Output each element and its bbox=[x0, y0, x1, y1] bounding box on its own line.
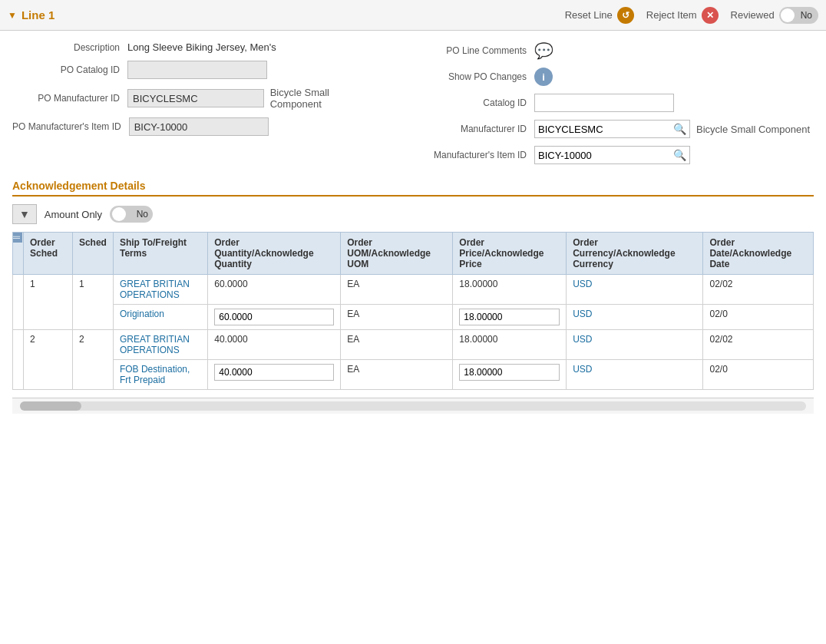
sched-2: 2 bbox=[72, 330, 113, 390]
manufacturer-id-desc: Bicycle Small Component bbox=[696, 124, 810, 135]
order-currency-2: USD bbox=[567, 330, 703, 360]
po-manufacturer-id-label: PO Manufacturer ID bbox=[12, 93, 127, 104]
po-catalog-id-input[interactable] bbox=[127, 61, 267, 79]
ack-price-1 bbox=[453, 305, 567, 330]
freight-terms-link-1[interactable]: Origination bbox=[120, 309, 164, 319]
ack-currency-2: USD bbox=[567, 360, 703, 390]
line-title: ▼ Line 1 bbox=[8, 8, 55, 21]
collapse-button[interactable]: || bbox=[13, 233, 22, 243]
po-catalog-id-row: PO Catalog ID bbox=[12, 61, 381, 79]
reject-item-group: Reject Item ✕ bbox=[646, 7, 719, 24]
table-row: FOB Destination, Frt Prepaid EA USD 02/0 bbox=[13, 360, 814, 390]
manufacturer-id-label: Manufacturer ID bbox=[411, 124, 534, 134]
scrollbar-track[interactable] bbox=[20, 401, 806, 411]
reset-line-button[interactable]: ↺ bbox=[617, 7, 634, 24]
manufacturer-id-search-button[interactable]: 🔍 bbox=[670, 121, 689, 137]
currency-link-1[interactable]: USD bbox=[573, 279, 592, 289]
ack-currency-link-1[interactable]: USD bbox=[573, 309, 592, 319]
info-icon: i bbox=[542, 71, 545, 83]
horizontal-scrollbar[interactable] bbox=[12, 398, 814, 414]
ack-currency-1: USD bbox=[567, 305, 703, 330]
ack-qty-2 bbox=[208, 360, 341, 390]
ack-qty-input-2[interactable] bbox=[214, 364, 334, 381]
table-row: Origination EA USD 02/0 bbox=[13, 305, 814, 330]
freight-terms-link-2[interactable]: FOB Destination, Frt Prepaid bbox=[120, 364, 190, 385]
sched-1: 1 bbox=[72, 275, 113, 330]
po-catalog-id-label: PO Catalog ID bbox=[12, 64, 127, 75]
filter-button[interactable]: ▼ bbox=[12, 204, 37, 224]
reject-item-button[interactable]: ✕ bbox=[702, 7, 719, 24]
ack-price-2 bbox=[453, 360, 567, 390]
table-container: || Order Sched Sched Ship To/Freight Ter… bbox=[12, 232, 814, 390]
po-line-comments-button[interactable]: 💬 bbox=[534, 41, 553, 60]
ship-to-1: GREAT BRITIAN OPERATIONS bbox=[113, 275, 207, 305]
manufacturer-id-row: Manufacturer ID 🔍 Bicycle Small Componen… bbox=[411, 120, 814, 138]
description-row: Description Long Sleeve Biking Jersey, M… bbox=[12, 41, 381, 53]
scrollbar-thumb[interactable] bbox=[20, 401, 81, 411]
reset-line-group: Reset Line ↺ bbox=[565, 7, 634, 24]
reject-item-label: Reject Item bbox=[646, 9, 697, 21]
po-manufacturers-item-id-row: PO Manufacturer's Item ID bbox=[12, 117, 381, 136]
amount-only-label: Amount Only bbox=[45, 209, 102, 220]
po-manufacturer-id-row: PO Manufacturer ID Bicycle Small Compone… bbox=[12, 87, 381, 110]
col-order-date: Order Date/Acknowledge Date bbox=[703, 233, 814, 275]
show-po-changes-button[interactable]: i bbox=[534, 68, 553, 86]
reviewed-label: Reviewed bbox=[731, 9, 775, 21]
col-order-sched: Order Sched bbox=[24, 233, 73, 275]
filter-bar: ▼ Amount Only No bbox=[12, 204, 814, 224]
comments-icon: 💬 bbox=[534, 42, 553, 59]
ship-to-link-1[interactable]: GREAT BRITIAN OPERATIONS bbox=[120, 279, 190, 300]
po-manufacturers-item-id-input[interactable] bbox=[129, 117, 269, 136]
order-currency-1: USD bbox=[567, 275, 703, 305]
order-price-2: 18.00000 bbox=[453, 330, 567, 360]
catalog-id-row: Catalog ID bbox=[411, 94, 814, 112]
order-qty-1: 60.0000 bbox=[208, 275, 341, 305]
form-section: Description Long Sleeve Biking Jersey, M… bbox=[12, 41, 814, 172]
ack-uom-1: EA bbox=[341, 305, 453, 330]
po-manufacturer-id-input[interactable] bbox=[127, 89, 264, 107]
order-date-2: 02/02 bbox=[703, 330, 814, 360]
collapse-cell-1 bbox=[13, 275, 24, 330]
manufacturers-item-id-search-button[interactable]: 🔍 bbox=[670, 147, 689, 163]
order-uom-2: EA bbox=[341, 330, 453, 360]
col-order-qty: Order Quantity/Acknowledge Quantity bbox=[208, 233, 341, 275]
ack-price-input-1[interactable] bbox=[459, 309, 560, 325]
order-price-1: 18.00000 bbox=[453, 275, 567, 305]
manufacturers-item-id-row: Manufacturer's Item ID 🔍 bbox=[411, 146, 814, 164]
amount-only-toggle-value: No bbox=[137, 209, 148, 220]
order-uom-1: EA bbox=[341, 275, 453, 305]
col-sched: Sched bbox=[72, 233, 113, 275]
header-actions: Reset Line ↺ Reject Item ✕ Reviewed No bbox=[565, 7, 818, 24]
order-date-1: 02/02 bbox=[703, 275, 814, 305]
currency-link-2[interactable]: USD bbox=[573, 334, 592, 345]
ship-to-2: GREAT BRITIAN OPERATIONS bbox=[113, 330, 207, 360]
show-po-changes-row: Show PO Changes i bbox=[411, 68, 814, 86]
reject-icon: ✕ bbox=[706, 10, 714, 21]
form-right: PO Line Comments 💬 Show PO Changes i Cat… bbox=[411, 41, 814, 172]
ack-qty-1 bbox=[208, 305, 341, 330]
description-value: Long Sleeve Biking Jersey, Men's bbox=[127, 41, 276, 53]
reviewed-toggle[interactable]: No bbox=[779, 7, 818, 24]
amount-only-toggle[interactable]: No bbox=[110, 206, 153, 223]
reset-icon: ↺ bbox=[622, 10, 629, 21]
filter-icon: ▼ bbox=[19, 208, 30, 220]
reviewed-group: Reviewed No bbox=[731, 7, 818, 24]
col-ship-to: Ship To/Freight Terms bbox=[113, 233, 207, 275]
form-left: Description Long Sleeve Biking Jersey, M… bbox=[12, 41, 381, 172]
manufacturer-id-input[interactable] bbox=[535, 121, 670, 137]
ack-currency-link-2[interactable]: USD bbox=[573, 364, 592, 375]
collapse-cell-2 bbox=[13, 330, 24, 390]
toggle-knob bbox=[781, 8, 795, 22]
ship-to-link-2[interactable]: GREAT BRITIAN OPERATIONS bbox=[120, 334, 190, 355]
catalog-id-input[interactable] bbox=[534, 94, 674, 112]
table-row: 2 2 GREAT BRITIAN OPERATIONS 40.0000 EA … bbox=[13, 330, 814, 360]
po-line-comments-label: PO Line Comments bbox=[411, 45, 534, 56]
freight-terms-2: FOB Destination, Frt Prepaid bbox=[113, 360, 207, 390]
reset-line-label: Reset Line bbox=[565, 9, 613, 21]
main-content: Description Long Sleeve Biking Jersey, M… bbox=[0, 31, 826, 424]
ack-qty-input-1[interactable] bbox=[214, 309, 334, 325]
manufacturers-item-id-input[interactable] bbox=[535, 147, 670, 163]
table-row: 1 1 GREAT BRITIAN OPERATIONS 60.0000 EA … bbox=[13, 275, 814, 305]
ack-price-input-2[interactable] bbox=[459, 364, 560, 381]
ack-uom-2: EA bbox=[341, 360, 453, 390]
